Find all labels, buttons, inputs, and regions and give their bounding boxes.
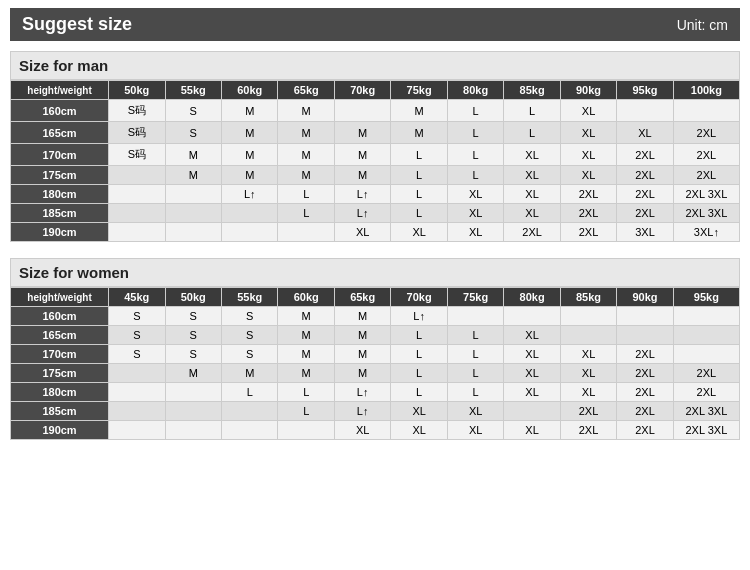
size-cell (165, 383, 221, 402)
size-cell: L (391, 185, 447, 204)
height-cell: 180cm (11, 383, 109, 402)
size-cell: M (165, 144, 221, 166)
size-cell: 2XL 3XL (673, 185, 739, 204)
size-cell (222, 402, 278, 421)
size-cell: 2XL (617, 345, 673, 364)
size-cell: M (222, 100, 278, 122)
man-col-90: 90kg (560, 81, 616, 100)
man-col-65: 65kg (278, 81, 334, 100)
size-cell: M (222, 144, 278, 166)
table-row: 165cmSSSMMLLXL (11, 326, 740, 345)
size-cell: 2XL 3XL (673, 421, 739, 440)
man-col-80: 80kg (447, 81, 503, 100)
size-cell (617, 326, 673, 345)
size-cell: S码 (109, 122, 165, 144)
women-col-95: 95kg (673, 288, 739, 307)
size-cell: L (391, 144, 447, 166)
main-header: Suggest size Unit: cm (10, 8, 740, 41)
size-cell: XL (560, 383, 616, 402)
size-cell (109, 402, 165, 421)
size-cell (222, 421, 278, 440)
height-cell: 165cm (11, 326, 109, 345)
size-cell: M (165, 166, 221, 185)
size-cell: M (278, 100, 334, 122)
size-cell: 2XL (617, 204, 673, 223)
table-row: 160cmSSSMML↑ (11, 307, 740, 326)
man-col-75: 75kg (391, 81, 447, 100)
size-cell: XL (560, 364, 616, 383)
size-cell: 2XL (673, 364, 739, 383)
size-cell: 2XL (617, 185, 673, 204)
size-cell: M (334, 122, 390, 144)
size-cell (673, 307, 739, 326)
size-cell: S码 (109, 100, 165, 122)
size-cell: L (278, 402, 334, 421)
size-cell: L↑ (222, 185, 278, 204)
size-cell: 2XL (504, 223, 560, 242)
size-cell: L↑ (334, 402, 390, 421)
women-table-body: 160cmSSSMML↑165cmSSSMMLLXL170cmSSSMMLLXL… (11, 307, 740, 440)
height-cell: 160cm (11, 307, 109, 326)
size-cell: L (447, 364, 503, 383)
size-cell: S (222, 326, 278, 345)
size-cell: 2XL (560, 421, 616, 440)
size-cell: 2XL (560, 204, 616, 223)
size-cell: M (278, 307, 334, 326)
size-cell: 2XL (673, 144, 739, 166)
women-table-header: height/weight 45kg 50kg 55kg 60kg 65kg 7… (11, 288, 740, 307)
size-cell: 2XL (617, 421, 673, 440)
size-cell: M (334, 326, 390, 345)
size-cell: L (391, 345, 447, 364)
size-cell: S (222, 307, 278, 326)
size-cell: L (391, 326, 447, 345)
table-row: 180cmLLL↑LLXLXL2XL2XL (11, 383, 740, 402)
size-cell: M (222, 122, 278, 144)
size-cell: XL (504, 345, 560, 364)
size-cell: L (447, 166, 503, 185)
size-cell: XL (447, 421, 503, 440)
size-cell: XL (560, 166, 616, 185)
size-cell: L↑ (391, 307, 447, 326)
height-cell: 185cm (11, 204, 109, 223)
size-cell: M (391, 122, 447, 144)
size-cell: L (504, 100, 560, 122)
man-col-60: 60kg (222, 81, 278, 100)
size-cell: 2XL (617, 364, 673, 383)
size-cell: 3XL (617, 223, 673, 242)
size-cell: L (391, 204, 447, 223)
size-cell (560, 326, 616, 345)
size-cell: 2XL (617, 402, 673, 421)
size-cell: S (165, 326, 221, 345)
height-cell: 190cm (11, 421, 109, 440)
size-cell: S (222, 345, 278, 364)
size-cell (504, 307, 560, 326)
size-cell: M (278, 326, 334, 345)
size-cell (109, 383, 165, 402)
table-row: 185cmLL↑XLXL2XL2XL2XL 3XL (11, 402, 740, 421)
size-cell: M (278, 166, 334, 185)
size-cell: XL (447, 185, 503, 204)
height-cell: 165cm (11, 122, 109, 144)
size-cell (334, 100, 390, 122)
size-cell: XL (391, 402, 447, 421)
size-cell: XL (504, 326, 560, 345)
size-cell (109, 185, 165, 204)
size-cell: M (278, 364, 334, 383)
size-cell: M (391, 100, 447, 122)
size-cell: L↑ (334, 383, 390, 402)
size-cell: 2XL (617, 166, 673, 185)
size-cell: L (504, 122, 560, 144)
women-col-85: 85kg (560, 288, 616, 307)
size-cell (109, 364, 165, 383)
size-cell: XL (447, 204, 503, 223)
man-col-95: 95kg (617, 81, 673, 100)
man-header-row: height/weight 50kg 55kg 60kg 65kg 70kg 7… (11, 81, 740, 100)
women-size-table: height/weight 45kg 50kg 55kg 60kg 65kg 7… (10, 287, 740, 440)
height-cell: 175cm (11, 364, 109, 383)
size-cell (617, 307, 673, 326)
size-cell: XL (560, 144, 616, 166)
size-cell: XL (447, 223, 503, 242)
size-cell: S码 (109, 144, 165, 166)
size-cell: XL (504, 421, 560, 440)
height-cell: 185cm (11, 402, 109, 421)
